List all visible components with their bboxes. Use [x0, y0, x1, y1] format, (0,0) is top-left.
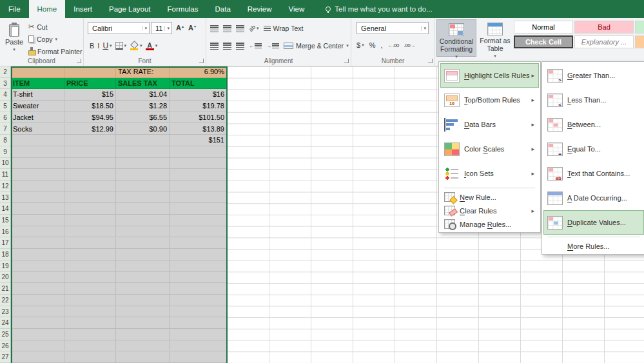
copy-button[interactable]: Copy ▾ — [28, 34, 82, 44]
increase-decimal-button[interactable]: ←.00 — [387, 43, 398, 48]
cell-D27[interactable] — [170, 352, 227, 363]
menu-item-greater-than[interactable]: >Greater Than... — [543, 63, 644, 88]
cell-C23[interactable] — [116, 306, 170, 318]
cell-D2[interactable]: 6.90% — [170, 66, 227, 78]
menu-item-duplicate-values[interactable]: Duplicate Values... — [543, 210, 644, 235]
cell-A2[interactable] — [11, 66, 64, 78]
menu-item-between[interactable]: Between... — [543, 112, 644, 137]
cell-B14[interactable] — [64, 203, 116, 215]
menu-item-top-bottom-rules[interactable]: 10Top/Bottom Rules▸ — [440, 88, 539, 112]
cell-B25[interactable] — [64, 329, 116, 340]
tab-formulas[interactable]: Formulas — [159, 0, 207, 18]
increase-indent-button[interactable]: → — [266, 43, 279, 49]
cell-D12[interactable] — [170, 181, 227, 192]
fill-color-button[interactable]: ▾ — [130, 41, 142, 50]
borders-button[interactable]: ▾ — [115, 42, 127, 50]
cell-B19[interactable] — [64, 260, 116, 272]
alignment-dialog-launcher[interactable] — [344, 59, 349, 63]
cell-B20[interactable] — [64, 272, 116, 284]
cell-C16[interactable] — [116, 226, 170, 238]
tell-me-box[interactable]: Tell me what you want to do... — [326, 0, 433, 18]
row-header-5[interactable]: 5 — [0, 101, 10, 112]
tab-file[interactable]: File — [0, 0, 29, 18]
cell-D13[interactable] — [170, 192, 227, 204]
cell-style-explanatory[interactable]: Explanatory ... — [574, 35, 634, 48]
menu-item-equal-to[interactable]: =Equal To... — [543, 137, 644, 161]
cell-D3[interactable]: TOTAL — [170, 78, 227, 90]
cell-B16[interactable] — [64, 226, 116, 238]
row-header-17[interactable]: 17 — [0, 238, 10, 250]
cell-C7[interactable]: $0.90 — [116, 124, 170, 135]
row-header-12[interactable]: 12 — [0, 181, 10, 192]
cell-A25[interactable] — [11, 329, 64, 340]
decrease-font-size-button[interactable]: A ▾ — [187, 24, 197, 32]
number-dialog-launcher[interactable] — [428, 59, 433, 63]
row-header-7[interactable]: 7 — [0, 124, 10, 135]
format-as-table-button[interactable]: Format as Table ▾ — [478, 19, 512, 57]
row-header-22[interactable]: 22 — [0, 295, 10, 306]
cell-C15[interactable] — [116, 215, 170, 226]
row-header-16[interactable]: 16 — [0, 226, 10, 238]
cell-D17[interactable] — [170, 238, 227, 250]
cell-D24[interactable] — [170, 317, 227, 329]
align-left-button[interactable] — [210, 43, 219, 50]
cell-A19[interactable] — [11, 260, 64, 272]
cell-C20[interactable] — [116, 272, 170, 284]
cut-button[interactable]: ✂ Cut — [28, 22, 82, 32]
cell-B15[interactable] — [64, 215, 116, 226]
align-top-button[interactable] — [210, 25, 219, 32]
cell-B24[interactable] — [64, 317, 116, 329]
cell-D14[interactable] — [170, 203, 227, 215]
cell-style-input[interactable]: Input — [635, 35, 644, 48]
row-header-20[interactable]: 20 — [0, 272, 10, 284]
cell-A6[interactable]: Jacket — [11, 112, 64, 124]
cell-D18[interactable] — [170, 249, 227, 260]
italic-button[interactable]: I — [97, 42, 99, 50]
row-header-2[interactable]: 2 — [0, 66, 10, 78]
row-header-19[interactable]: 19 — [0, 260, 10, 272]
cell-D26[interactable] — [170, 340, 227, 352]
cell-D22[interactable] — [170, 295, 227, 306]
clipboard-dialog-launcher[interactable] — [77, 59, 81, 63]
cell-C26[interactable] — [116, 340, 170, 352]
cell-style-normal[interactable]: Normal — [514, 21, 573, 34]
cell-B2[interactable] — [64, 66, 116, 78]
cell-D15[interactable] — [170, 215, 227, 226]
cell-A21[interactable] — [11, 283, 64, 295]
row-header-3[interactable]: 3 — [0, 78, 10, 90]
cell-B8[interactable] — [64, 135, 116, 146]
percent-style-button[interactable]: % — [369, 41, 376, 49]
format-painter-button[interactable]: Format Painter — [28, 46, 82, 56]
cell-style-good[interactable]: Good — [635, 21, 644, 34]
cell-C2[interactable]: TAX RATE: — [116, 66, 170, 78]
cell-A7[interactable]: Socks — [11, 124, 64, 135]
cell-C6[interactable]: $6.55 — [116, 112, 170, 124]
cell-A26[interactable] — [11, 340, 64, 352]
font-name-select[interactable]: Calibri ▾ — [88, 22, 150, 34]
cell-B6[interactable]: $94.95 — [64, 112, 116, 124]
cell-B4[interactable]: $15 — [64, 89, 116, 101]
comma-style-button[interactable]: , — [380, 41, 382, 49]
cell-B9[interactable] — [64, 146, 116, 158]
row-header-27[interactable]: 27 — [0, 352, 10, 363]
tab-home[interactable]: Home — [29, 0, 66, 18]
cell-C12[interactable] — [116, 181, 170, 192]
cell-A14[interactable] — [11, 203, 64, 215]
menu-item-new-rule[interactable]: New Rule... — [440, 190, 539, 204]
cell-C3[interactable]: SALES TAX — [116, 78, 170, 90]
cell-D20[interactable] — [170, 272, 227, 284]
cell-C4[interactable]: $1.04 — [116, 89, 170, 101]
menu-item-icon-sets[interactable]: Icon Sets▸ — [440, 161, 539, 186]
cell-style-bad[interactable]: Bad — [574, 21, 634, 34]
cell-D11[interactable] — [170, 169, 227, 181]
cell-B5[interactable]: $18.50 — [64, 101, 116, 112]
cell-A13[interactable] — [11, 192, 64, 204]
paste-button[interactable]: Paste ▾ — [2, 20, 26, 56]
row-header-21[interactable]: 21 — [0, 283, 10, 295]
cell-A8[interactable] — [11, 135, 64, 146]
menu-item-more-rules[interactable]: More Rules... — [543, 239, 644, 253]
cell-A3[interactable]: ITEM — [11, 78, 64, 90]
cell-C18[interactable] — [116, 249, 170, 260]
cell-A16[interactable] — [11, 226, 64, 238]
cell-A24[interactable] — [11, 317, 64, 329]
